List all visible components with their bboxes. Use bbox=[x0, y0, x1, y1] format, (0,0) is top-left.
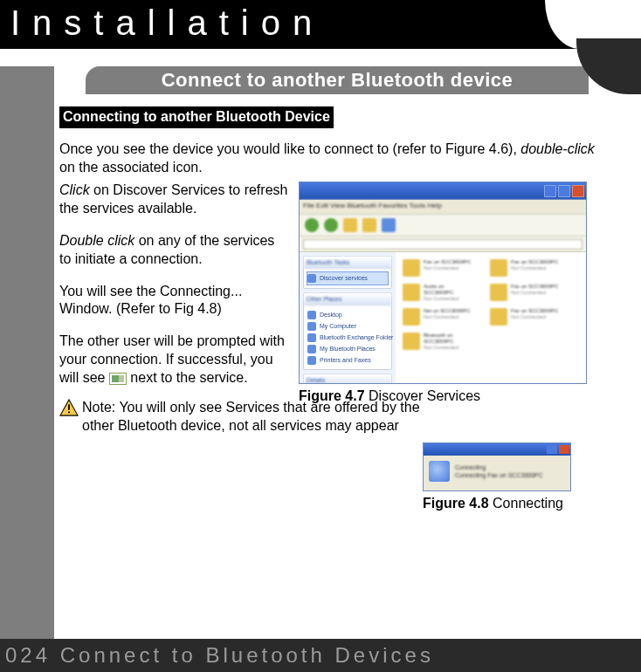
service-item: Audio on SCC3000PCNot Connected bbox=[403, 284, 474, 301]
address-field bbox=[303, 239, 582, 250]
section-banner: Connect to another Bluetooth device bbox=[0, 66, 641, 94]
service-item: Net on SCC3000PCNot Connected bbox=[403, 308, 474, 326]
intro-paragraph: Once you see the device you would like t… bbox=[59, 141, 606, 177]
search-icon bbox=[343, 218, 357, 232]
service-name: Fax on SCC3000PC bbox=[424, 259, 474, 265]
panel-item: My Bluetooth Places bbox=[307, 343, 388, 354]
service-status: Not Connected bbox=[424, 345, 474, 351]
explorer-content: Fax on SCC3000PCNot Connected Fax on SCC… bbox=[396, 252, 586, 383]
instruction-p2: Double click on any of the services to i… bbox=[59, 232, 290, 269]
section-banner-title: Connect to another Bluetooth device bbox=[86, 66, 589, 94]
panel-item: Bluetooth Exchange Folder bbox=[307, 332, 388, 343]
window-titlebar bbox=[300, 182, 586, 200]
panel-header: Bluetooth Tasks bbox=[304, 257, 391, 269]
service-status: Not Connected bbox=[424, 314, 474, 320]
panel-item: My Computer bbox=[307, 320, 388, 332]
service-icon bbox=[403, 284, 420, 301]
figure-47-screenshot: File Edit View Bluetooth Favorites Tools… bbox=[299, 182, 587, 384]
banner-left-block bbox=[0, 66, 54, 94]
service-status: Not Connected bbox=[511, 265, 562, 271]
back-icon bbox=[305, 218, 319, 232]
note-text: Note: You will only see Services that ar… bbox=[82, 399, 431, 435]
panel-header: Details bbox=[304, 374, 391, 384]
help-button-icon bbox=[547, 445, 557, 454]
intro-italic: double-click bbox=[520, 141, 594, 156]
panel-item: Printers and Faxes bbox=[307, 354, 388, 366]
connecting-icon bbox=[429, 461, 450, 482]
footer-text: 024 Connect to Bluetooth Devices bbox=[5, 643, 434, 667]
service-name: Fax on SCC3000PC bbox=[511, 259, 562, 265]
page-title: Installation bbox=[0, 0, 641, 43]
service-item: Fax on SCC3000PCNot Connected bbox=[490, 259, 562, 277]
service-name: Net on SCC3000PC bbox=[424, 308, 474, 314]
spacer bbox=[0, 49, 641, 66]
p1-rest: on Discover Services to refresh the serv… bbox=[59, 182, 287, 216]
window-toolbar bbox=[300, 214, 586, 237]
svg-rect-2 bbox=[68, 412, 70, 414]
service-icon bbox=[403, 333, 420, 350]
instruction-p3: You will see the Connecting... Window. (… bbox=[59, 283, 290, 319]
dialog-title: Connecting bbox=[455, 463, 565, 471]
svg-rect-1 bbox=[68, 405, 70, 410]
warning-icon bbox=[59, 399, 79, 416]
instruction-column: Click on Discover Services to refresh th… bbox=[59, 182, 290, 406]
service-icon bbox=[403, 308, 420, 326]
left-margin-column bbox=[0, 94, 54, 639]
panel-item-discover-services: Discover services bbox=[307, 272, 388, 284]
service-status: Not Connected bbox=[511, 290, 562, 296]
window-menubar: File Edit View Bluetooth Favorites Tools… bbox=[300, 200, 586, 214]
service-name: Fax on SCC3000PC bbox=[511, 308, 562, 314]
service-status: Not Connected bbox=[424, 265, 474, 271]
service-icon bbox=[490, 259, 507, 277]
views-icon bbox=[382, 218, 396, 232]
service-icon bbox=[403, 259, 420, 277]
service-name: Bluetooth on SCC3000PC bbox=[424, 333, 474, 344]
figure-47-column: File Edit View Bluetooth Favorites Tools… bbox=[299, 182, 597, 406]
figure-48-text: Connecting bbox=[489, 496, 563, 511]
intro-text-2: on the associated icon. bbox=[59, 160, 203, 175]
p4-b: next to the service. bbox=[127, 370, 248, 385]
figure-48-screenshot: Connecting Connecting Fax on SCC3000PC bbox=[423, 442, 571, 491]
instruction-p4: The other user will be prompted with you… bbox=[59, 333, 290, 387]
service-icon bbox=[490, 284, 507, 301]
service-item: Fax on SCC3000PCNot Connected bbox=[490, 284, 562, 301]
content-area: Connecting to another Bluetooth Device O… bbox=[58, 94, 641, 435]
forward-icon bbox=[324, 218, 338, 232]
service-icon bbox=[490, 308, 507, 326]
figure-48-label: Figure 4.8 bbox=[423, 496, 489, 511]
service-item: Fax on SCC3000PCNot Connected bbox=[403, 259, 474, 277]
service-name: Audio on SCC3000PC bbox=[424, 284, 474, 295]
instruction-p1: Click on Discover Services to refresh th… bbox=[59, 182, 290, 218]
service-status: Not Connected bbox=[424, 296, 474, 302]
service-status: Not Connected bbox=[511, 314, 562, 320]
address-bar bbox=[300, 237, 586, 252]
sidebar-panel-details: Details LAPTOP bbox=[303, 374, 392, 384]
service-name: Fax on SCC3000PC bbox=[511, 284, 562, 290]
panel-header: Other Places bbox=[304, 293, 391, 305]
folders-icon bbox=[362, 218, 376, 232]
subsection-heading: Connecting to another Bluetooth Device bbox=[59, 106, 334, 128]
close-button-icon bbox=[572, 185, 584, 197]
close-button-icon bbox=[559, 445, 569, 454]
maximize-button-icon bbox=[558, 185, 570, 197]
sidebar-panel-tasks: Bluetooth Tasks Discover services bbox=[303, 256, 392, 288]
figure-48-block: Connecting Connecting Fax on SCC3000PC F… bbox=[423, 442, 571, 513]
service-item: Fax on SCC3000PCNot Connected bbox=[490, 308, 562, 326]
minimize-button-icon bbox=[544, 185, 556, 197]
explorer-sidebar: Bluetooth Tasks Discover services Other … bbox=[300, 252, 396, 383]
page-footer: 024 Connect to Bluetooth Devices bbox=[0, 639, 641, 672]
page-header: Installation bbox=[0, 0, 641, 49]
p1-italic: Click bbox=[59, 182, 90, 197]
dialog-text: Connecting Fax on SCC3000PC bbox=[455, 471, 565, 479]
service-item: Bluetooth on SCC3000PCNot Connected bbox=[403, 333, 474, 350]
figure-48-caption: Figure 4.8 Connecting bbox=[423, 495, 571, 513]
intro-text-1: Once you see the device you would like t… bbox=[59, 141, 520, 156]
sidebar-panel-places: Other Places Desktop My Computer Bluetoo… bbox=[303, 292, 392, 371]
panel-item: Desktop bbox=[307, 309, 388, 320]
p2-italic: Double click bbox=[59, 233, 134, 248]
dialog-titlebar bbox=[424, 443, 570, 456]
connected-status-icon bbox=[109, 373, 127, 385]
